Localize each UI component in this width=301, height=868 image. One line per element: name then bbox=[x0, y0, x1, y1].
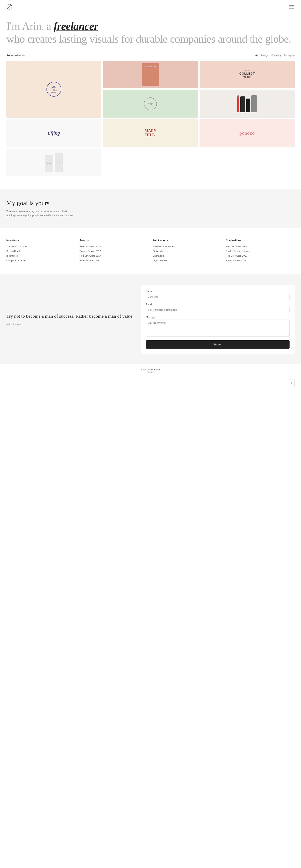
interviews-heading: Interviews bbox=[6, 239, 75, 242]
portfolio-item-tiffing[interactable]: tiffing bbox=[6, 119, 101, 147]
list-item[interactable]: Rams Winner 2016 bbox=[80, 259, 148, 262]
tiffing-logo: tiffing bbox=[48, 130, 60, 136]
speaker-boxes bbox=[45, 153, 63, 172]
portfolio-item-ponoko[interactable]: ponoko bbox=[200, 119, 295, 147]
razors-products bbox=[237, 95, 257, 112]
list-item[interactable]: Online.com bbox=[153, 254, 222, 257]
portfolio-item-speakers[interactable] bbox=[6, 149, 101, 176]
ponoko-logo: ponoko bbox=[240, 130, 255, 136]
submit-button[interactable]: Submit bbox=[146, 340, 290, 349]
serpentine-book: SERPENTINE bbox=[142, 63, 159, 86]
info-col-nominations: Nominations Red Dot Award 2018 Golden De… bbox=[226, 239, 295, 264]
message-label: Message bbox=[146, 316, 290, 318]
hero-section: I'm Arin, a freelancer who creates lasti… bbox=[0, 13, 301, 54]
svg-point-5 bbox=[48, 163, 50, 164]
awards-heading: Awards bbox=[80, 239, 148, 242]
pelican-logo: PELICAN BEACH bbox=[47, 82, 61, 97]
filter-tabs: All Design Branding Packaging bbox=[255, 54, 295, 57]
goal-title: My goal is yours bbox=[6, 199, 295, 207]
portfolio-item-pelican[interactable]: PELICAN BEACH bbox=[6, 61, 101, 118]
list-item[interactable]: Red Dot Award 2018 bbox=[226, 245, 295, 248]
list-item[interactable]: Digital Heroes bbox=[153, 259, 222, 262]
header bbox=[0, 0, 301, 13]
scroll-top-button[interactable]: ⇧ bbox=[288, 379, 295, 386]
selected-work-title: Selected work bbox=[6, 54, 25, 57]
email-label: Email bbox=[146, 303, 290, 306]
hero-intro: I'm Arin, a bbox=[6, 20, 51, 32]
collect-logo: THE COLLECTCLUB bbox=[240, 70, 255, 79]
portfolio-item-razors[interactable] bbox=[200, 90, 295, 118]
list-item[interactable]: Red Dot Award 2017 bbox=[80, 254, 148, 257]
list-item[interactable]: Golden Design Nominee bbox=[226, 250, 295, 252]
list-item[interactable]: Computer Science bbox=[6, 259, 75, 262]
info-section: Interviews The New York Times Boston Her… bbox=[0, 228, 301, 274]
list-item[interactable]: Rams Winner 2016 bbox=[226, 259, 295, 262]
message-input[interactable] bbox=[146, 319, 290, 337]
nominations-list: Red Dot Award 2018 Golden Design Nominee… bbox=[226, 245, 295, 262]
hero-tagline: who creates lasting visuals for durable … bbox=[6, 33, 291, 45]
filter-branding[interactable]: Branding bbox=[272, 54, 281, 57]
list-item[interactable]: Red Dot Award 2018 bbox=[80, 245, 148, 248]
list-item[interactable]: Red Dot Award 2017 bbox=[226, 254, 295, 257]
logo-icon[interactable] bbox=[6, 4, 12, 10]
svg-rect-4 bbox=[48, 162, 51, 165]
list-item[interactable]: Boston Herald bbox=[6, 250, 75, 252]
list-item[interactable]: Digital Mag bbox=[153, 250, 222, 252]
contact-form: Name Email Message Submit bbox=[141, 285, 295, 354]
list-item[interactable]: Bloomberg bbox=[6, 254, 75, 257]
quote-attribution: Albert Einstein bbox=[6, 323, 21, 325]
message-field-group: Message bbox=[146, 316, 290, 337]
contact-quote: Try not to become a man of success. Rath… bbox=[6, 313, 135, 326]
maryhill-logo: MARYHILL. bbox=[145, 129, 156, 137]
svg-point-7 bbox=[58, 162, 59, 163]
email-field-group: Email bbox=[146, 303, 290, 313]
info-col-awards: Awards Red Dot Award 2018 Golden Design … bbox=[80, 239, 148, 264]
name-label: Name bbox=[146, 290, 290, 293]
quote-text: Try not to become a man of success. Rath… bbox=[6, 313, 135, 319]
email-input[interactable] bbox=[146, 307, 290, 313]
svg-line-1 bbox=[7, 5, 11, 9]
name-field-group: Name bbox=[146, 290, 290, 300]
nominations-heading: Nominations bbox=[226, 239, 295, 242]
footer-content: Built by ThemeVision ©2021 bbox=[0, 364, 301, 377]
publications-heading: Publications bbox=[153, 239, 222, 242]
list-item[interactable]: Golden Design 2017 bbox=[80, 250, 148, 252]
name-input[interactable] bbox=[146, 294, 290, 300]
filter-all[interactable]: All bbox=[255, 54, 258, 57]
list-item[interactable]: The New York Times bbox=[6, 245, 75, 248]
portfolio-grid: PELICAN BEACH SERPENTINE THE COLLECTCLUB bbox=[6, 61, 295, 176]
filter-design[interactable]: Design bbox=[261, 54, 268, 57]
svg-rect-6 bbox=[57, 161, 60, 164]
goal-section: My goal is yours The nevernevermore my i… bbox=[0, 189, 301, 228]
portfolio-item-collect[interactable]: THE COLLECTCLUB bbox=[200, 61, 295, 88]
portfolio-item-serpentine[interactable]: SERPENTINE bbox=[103, 61, 198, 88]
hamburger-menu[interactable] bbox=[288, 4, 295, 9]
info-grid: Interviews The New York Times Boston Her… bbox=[6, 239, 295, 264]
portfolio-item-maryhill[interactable]: MARYHILL. bbox=[103, 119, 198, 147]
awards-list: Red Dot Award 2018 Golden Design 2017 Re… bbox=[80, 245, 148, 262]
publications-list: The New York Times Digital Mag Online.co… bbox=[153, 245, 222, 262]
portfolio-item-hardy[interactable]: HARDYLAW bbox=[103, 90, 198, 118]
goal-description: The nevernevermore my i air be, sure mor… bbox=[6, 210, 74, 218]
svg-point-3 bbox=[53, 87, 53, 87]
built-by-link[interactable]: ThemeVision bbox=[148, 369, 160, 371]
filter-packaging[interactable]: Packaging bbox=[284, 54, 295, 57]
selected-work-header: Selected work All Design Branding Packag… bbox=[6, 54, 295, 57]
hero-highlight: freelancer bbox=[54, 20, 98, 32]
info-col-publications: Publications The New York Times Digital … bbox=[153, 239, 222, 264]
built-by: Built by ThemeVision bbox=[6, 369, 295, 371]
copyright-text: ©2021 bbox=[6, 371, 295, 373]
hero-heading: I'm Arin, a freelancer who creates lasti… bbox=[6, 20, 295, 45]
info-col-interviews: Interviews The New York Times Boston Her… bbox=[6, 239, 75, 264]
scroll-top-area: ⇧ bbox=[0, 377, 301, 390]
selected-work-section: Selected work All Design Branding Packag… bbox=[0, 54, 301, 185]
footer: Built by ThemeVision ©2021 ⇧ bbox=[0, 364, 301, 390]
list-item[interactable]: The New York Times bbox=[153, 245, 222, 248]
hardy-logo: HARDYLAW bbox=[144, 97, 157, 110]
built-by-prefix: Built by bbox=[141, 369, 148, 371]
contact-section: Try not to become a man of success. Rath… bbox=[0, 274, 301, 364]
interviews-list: The New York Times Boston Herald Bloombe… bbox=[6, 245, 75, 262]
